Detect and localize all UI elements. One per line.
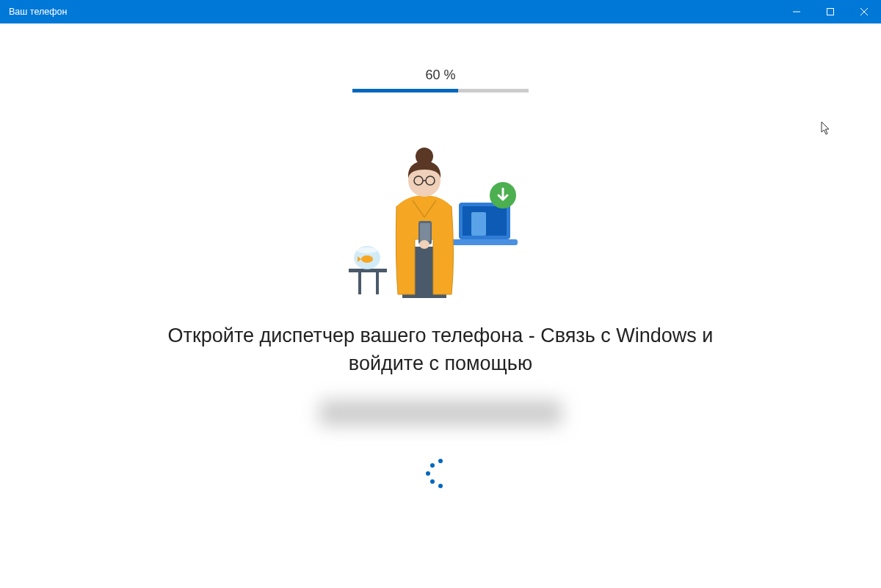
minimize-button[interactable] (780, 0, 813, 23)
svg-point-23 (419, 240, 429, 249)
close-icon (860, 8, 868, 15)
setup-heading: Откройте диспетчер вашего телефона - Свя… (147, 322, 734, 378)
minimize-icon (793, 8, 800, 15)
progress-label: 60 % (425, 68, 455, 83)
svg-rect-13 (471, 212, 486, 236)
loading-spinner (426, 459, 455, 488)
svg-rect-22 (420, 223, 430, 241)
content-area: 60 % (0, 23, 881, 488)
maximize-icon (827, 8, 834, 15)
setup-illustration (345, 148, 536, 302)
svg-point-9 (361, 255, 373, 263)
svg-rect-12 (452, 239, 518, 245)
svg-point-8 (357, 247, 377, 253)
svg-rect-1 (827, 9, 834, 15)
close-button[interactable] (847, 0, 881, 23)
maximize-button[interactable] (813, 0, 847, 23)
account-email-blurred (319, 400, 562, 426)
svg-rect-5 (358, 272, 361, 294)
titlebar-controls (780, 0, 881, 23)
window-title: Ваш телефон (9, 7, 67, 17)
svg-rect-6 (376, 272, 379, 294)
progress-bar (352, 89, 529, 92)
progress-fill (352, 89, 458, 92)
titlebar: Ваш телефон (0, 0, 881, 23)
